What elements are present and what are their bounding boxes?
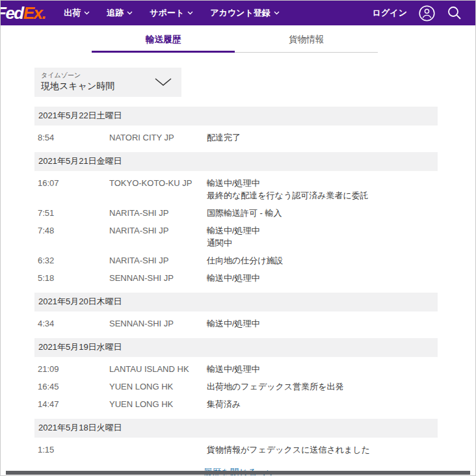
event-status: 国際輸送許可 - 輸入 <box>207 207 438 219</box>
event-location: TOKYO-KOTO-KU JP <box>109 177 207 202</box>
nav-item-support[interactable]: サポート <box>150 7 193 19</box>
logo-fed-text: Fed <box>0 3 23 23</box>
event-row: 6:32NARITA-SHI JP仕向地の仕分け施設 <box>34 252 438 269</box>
history-day-section: 2021年5月18日火曜日1:15貨物情報がフェデックスに送信されました <box>34 419 438 458</box>
watchlist-section-bar <box>6 471 470 475</box>
event-row: 16:07TOKYO-KOTO-KU JP輸送中/処理中最終的な配達を行なう認可… <box>34 174 438 204</box>
nav-item-track[interactable]: 追跡 <box>107 7 133 19</box>
nav-item-account[interactable]: アカウント登録 <box>210 7 280 19</box>
event-status: 貨物情報がフェデックスに送信されました <box>207 443 438 456</box>
top-navigation-bar: FedEx. 出荷 追跡 サポート アカウント登録 ログイン <box>1 1 475 25</box>
event-status-text: 貨物情報がフェデックスに送信されました <box>207 443 438 456</box>
event-location: SENNAN-SHI JP <box>109 272 207 284</box>
event-time: 6:32 <box>38 254 109 267</box>
event-status-detail: 最終的な配達を行なう認可済み業者に委託 <box>207 189 438 202</box>
event-time: 16:07 <box>38 177 109 202</box>
tab-travel-history[interactable]: 輸送履歴 <box>92 34 235 53</box>
scan-history-list: 2021年5月22日土曜日8:54NATORI CITY JP配達完了2021年… <box>34 107 438 458</box>
event-status: 輸送中/処理中 <box>207 317 438 330</box>
user-circle-icon[interactable] <box>418 5 436 22</box>
event-status-text: 配達完了 <box>207 131 438 144</box>
event-status: 輸送中/処理中最終的な配達を行なう認可済み業者に委託 <box>207 177 438 202</box>
chevron-down-icon <box>154 77 172 86</box>
chevron-down-icon <box>274 11 280 15</box>
event-time: 16:45 <box>38 380 109 393</box>
event-row: 21:09LANTAU ISLAND HK輸送中/処理中 <box>34 360 438 378</box>
event-status-text: 仕向地の仕分け施設 <box>207 254 438 267</box>
event-row: 5:18SENNAN-SHI JP輸送中/処理中 <box>34 269 438 287</box>
event-time: 4:34 <box>38 317 109 330</box>
event-status-text: 国際輸送許可 - 輸入 <box>207 207 438 219</box>
event-status-text: 輸送中/処理中 <box>207 224 438 237</box>
date-header: 2021年5月22日土曜日 <box>34 107 438 126</box>
event-time: 21:09 <box>38 363 109 375</box>
event-status-text: 輸送中/処理中 <box>207 317 438 330</box>
history-day-section: 2021年5月19日水曜日21:09LANTAU ISLAND HK輸送中/処理… <box>34 338 438 413</box>
event-status: 出荷地のフェデックス営業所を出発 <box>207 380 438 393</box>
logo-ex-text: Ex. <box>23 3 46 23</box>
date-header: 2021年5月18日火曜日 <box>34 419 438 438</box>
event-location: NARITA-SHI JP <box>109 254 207 267</box>
event-row: 7:51NARITA-SHI JP国際輸送許可 - 輸入 <box>34 204 438 222</box>
history-day-section: 2021年5月22日土曜日8:54NATORI CITY JP配達完了 <box>34 107 438 146</box>
event-status-text: 集荷済み <box>207 398 438 410</box>
nav-item-label: サポート <box>150 7 184 19</box>
event-row: 8:54NATORI CITY JP配達完了 <box>34 129 438 146</box>
event-row: 4:34SENNAN-SHI JP輸送中/処理中 <box>34 315 438 332</box>
event-status-text: 輸送中/処理中 <box>207 363 438 375</box>
timezone-label: タイムゾーン <box>41 71 114 80</box>
nav-item-ship[interactable]: 出荷 <box>64 7 90 19</box>
event-location: NATORI CITY JP <box>109 131 207 144</box>
history-day-section: 2021年5月21日金曜日16:07TOKYO-KOTO-KU JP輸送中/処理… <box>34 152 438 287</box>
date-header: 2021年5月21日金曜日 <box>34 152 438 171</box>
topbar-right: ログイン <box>373 5 462 22</box>
event-status-text: 輸送中/処理中 <box>207 177 438 189</box>
timezone-select[interactable]: タイムゾーン 現地スキャン時間 <box>34 68 181 97</box>
chevron-down-icon <box>187 11 193 15</box>
chevron-down-icon <box>127 11 133 15</box>
event-time: 1:15 <box>38 443 109 456</box>
event-row: 16:45YUEN LONG HK出荷地のフェデックス営業所を出発 <box>34 378 438 395</box>
event-status: 輸送中/処理中 <box>207 272 438 284</box>
fedex-logo[interactable]: FedEx. <box>0 1 46 25</box>
login-link[interactable]: ログイン <box>373 7 407 19</box>
tab-shipment-facts[interactable]: 貨物情報 <box>235 34 378 53</box>
nav-item-label: 出荷 <box>64 7 81 19</box>
event-time: 8:54 <box>38 131 109 144</box>
fedex-tracking-page: FedEx. 出荷 追跡 サポート アカウント登録 ログイン <box>0 0 476 476</box>
event-location: NARITA-SHI JP <box>109 207 207 219</box>
event-location: YUEN LONG HK <box>109 398 207 410</box>
event-location: YUEN LONG HK <box>109 380 207 393</box>
event-status: 輸送中/処理中通関中 <box>207 224 438 249</box>
event-row: 1:15貨物情報がフェデックスに送信されました <box>34 441 438 458</box>
history-day-section: 2021年5月20日木曜日4:34SENNAN-SHI JP輸送中/処理中 <box>34 293 438 332</box>
chevron-down-icon <box>84 11 90 15</box>
nav-item-label: アカウント登録 <box>210 7 271 19</box>
event-row: 14:47YUEN LONG HK集荷済み <box>34 395 438 413</box>
event-status: 集荷済み <box>207 398 438 410</box>
event-time: 7:51 <box>38 207 109 219</box>
event-status-detail: 通関中 <box>207 237 438 249</box>
event-status: 輸送中/処理中 <box>207 363 438 375</box>
event-time: 14:47 <box>38 398 109 410</box>
event-status: 仕向地の仕分け施設 <box>207 254 438 267</box>
event-location: SENNAN-SHI JP <box>109 317 207 330</box>
tab-bar: 輸送履歴 貨物情報 <box>92 34 378 53</box>
event-time: 5:18 <box>38 272 109 284</box>
event-location: NARITA-SHI JP <box>109 224 207 249</box>
date-header: 2021年5月20日木曜日 <box>34 293 438 311</box>
event-status: 配達完了 <box>207 131 438 144</box>
timezone-texts: タイムゾーン 現地スキャン時間 <box>41 71 114 92</box>
event-location: LANTAU ISLAND HK <box>109 363 207 375</box>
main-nav: 出荷 追跡 サポート アカウント登録 <box>64 7 279 19</box>
search-icon[interactable] <box>447 5 462 21</box>
event-time: 7:48 <box>38 224 109 249</box>
date-header: 2021年5月19日水曜日 <box>34 338 438 357</box>
event-row: 7:48NARITA-SHI JP輸送中/処理中通関中 <box>34 222 438 252</box>
timezone-value: 現地スキャン時間 <box>41 81 114 92</box>
nav-item-label: 追跡 <box>107 7 124 19</box>
event-status-text: 出荷地のフェデックス営業所を出発 <box>207 380 438 393</box>
event-location <box>109 443 207 456</box>
event-status-text: 輸送中/処理中 <box>207 272 438 284</box>
